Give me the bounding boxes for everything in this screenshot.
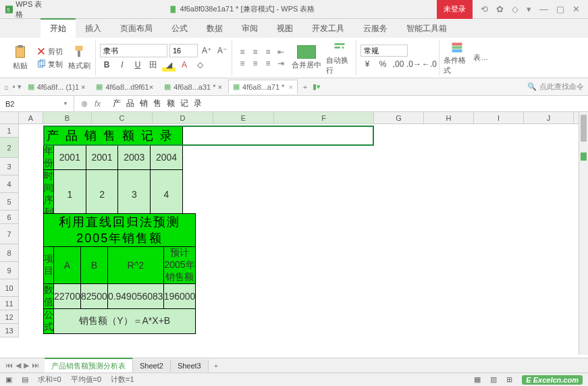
name-box[interactable]: B2▼ <box>0 96 74 111</box>
indent-increase[interactable]: ⇥ <box>275 58 287 69</box>
toggle-1[interactable]: ▣ <box>5 375 12 384</box>
vertical-scrollbar[interactable] <box>579 112 588 355</box>
merge-center-button[interactable]: 合并居中 <box>290 45 323 70</box>
help-icon[interactable]: ▾ <box>527 4 531 14</box>
row-9[interactable]: 9 <box>0 262 19 279</box>
col-J[interactable]: J <box>524 112 574 123</box>
font-color-button[interactable]: A <box>178 58 191 72</box>
file-tab-2[interactable]: ▦4f6a8...d9f61× <box>91 80 158 94</box>
align-left[interactable]: ≡ <box>236 58 248 69</box>
col-B[interactable]: B <box>43 112 92 123</box>
bold-button[interactable]: B <box>100 58 113 72</box>
command-search[interactable]: 🔍点此查找命令 <box>527 82 584 92</box>
indent-decrease[interactable]: ⇤ <box>275 47 287 57</box>
tab-insert[interactable]: 插入 <box>76 20 111 38</box>
copy-button[interactable]: 复制 <box>36 58 63 70</box>
border-button[interactable]: 田 <box>146 58 160 72</box>
row-4[interactable]: 4 <box>0 175 19 193</box>
row-6[interactable]: 6 <box>0 211 19 224</box>
skin-icon[interactable]: ◇ <box>512 4 518 14</box>
row-2[interactable]: 2 <box>0 138 19 158</box>
col-A[interactable]: A <box>19 112 43 123</box>
sheet-tab-2[interactable]: Sheet2 <box>133 360 171 372</box>
tab-dev[interactable]: 开发工具 <box>302 20 354 38</box>
minimize-icon[interactable]: — <box>539 4 548 14</box>
conditional-format-button[interactable]: 条件格式 <box>444 40 471 76</box>
col-E[interactable]: E <box>213 112 274 123</box>
tab-start[interactable]: 开始 <box>41 18 76 38</box>
clear-format-button[interactable]: ◇ <box>193 58 207 72</box>
tab-formula[interactable]: 公式 <box>162 20 197 38</box>
font-size-input[interactable] <box>169 44 198 57</box>
cut-button[interactable]: 剪切 <box>36 45 63 57</box>
sheet-next-icon[interactable]: ▶ <box>24 361 29 370</box>
increase-font-button[interactable]: A⁺ <box>200 44 213 57</box>
row-8[interactable]: 8 <box>0 244 19 262</box>
align-center[interactable]: ≡ <box>249 58 261 69</box>
col-C[interactable]: C <box>92 112 153 123</box>
align-top-right[interactable]: ≡ <box>262 47 274 57</box>
decimal-dec-button[interactable]: ←.0 <box>423 57 436 71</box>
row-10[interactable]: 10 <box>0 279 19 297</box>
row-7[interactable]: 7 <box>0 224 19 244</box>
sheet-prev-icon[interactable]: ◀ <box>16 361 21 370</box>
fill-color-button[interactable]: ◢ <box>162 58 176 72</box>
sheet-last-icon[interactable]: ⏭ <box>32 361 39 370</box>
new-tab-button[interactable]: + <box>299 83 311 91</box>
align-right[interactable]: ≡ <box>262 58 274 69</box>
formula-input[interactable]: 产品销售额记录 <box>107 98 588 109</box>
close-icon[interactable]: ✕ <box>572 4 580 14</box>
file-tab-1[interactable]: ▦4f6a8f... (1)1 × <box>23 80 90 94</box>
tab-ai[interactable]: 智能工具箱 <box>397 20 456 38</box>
view-break-icon[interactable]: ⊞ <box>506 375 512 384</box>
sync-icon[interactable]: ⟲ <box>481 4 488 14</box>
decimal-inc-button[interactable]: .0→ <box>407 57 421 71</box>
fx-function-icon[interactable]: fx <box>95 99 101 109</box>
toggle-2[interactable]: ▤ <box>22 375 28 384</box>
col-G[interactable]: G <box>374 112 424 123</box>
row-3[interactable]: 3 <box>0 158 19 175</box>
italic-button[interactable]: I <box>115 58 129 72</box>
select-all-corner[interactable] <box>0 112 19 123</box>
tab-data[interactable]: 数据 <box>197 20 232 38</box>
col-D[interactable]: D <box>153 112 213 123</box>
maximize-icon[interactable]: ▢ <box>556 4 564 14</box>
row-11[interactable]: 11 <box>0 297 19 310</box>
underline-button[interactable]: U <box>131 58 144 72</box>
row-5[interactable]: 5 <box>0 193 19 211</box>
row-12[interactable]: 12 <box>0 310 19 324</box>
format-painter-button[interactable]: 格式刷 <box>65 40 92 76</box>
file-tab-4[interactable]: ▦4f6a8...a71 *× <box>228 80 298 94</box>
comma-button[interactable]: ,00 <box>392 57 405 71</box>
fx-cancel-icon[interactable]: ⊗ <box>81 99 88 109</box>
col-F[interactable]: F <box>274 112 374 123</box>
tab-layout[interactable]: 页面布局 <box>111 20 162 38</box>
settings-icon[interactable]: ✿ <box>496 4 504 14</box>
sheet-tab-3[interactable]: Sheet3 <box>171 360 209 372</box>
view-normal-icon[interactable]: ▦ <box>474 375 481 384</box>
row-13[interactable]: 13 <box>0 324 19 337</box>
table-format-button[interactable]: 表… <box>473 53 488 63</box>
tab-review[interactable]: 审阅 <box>232 20 267 38</box>
close-tab-icon[interactable]: × <box>288 83 292 91</box>
number-format-select[interactable] <box>360 45 408 57</box>
tab-view[interactable]: 视图 <box>267 20 302 38</box>
decrease-font-button[interactable]: A⁻ <box>215 44 229 57</box>
currency-button[interactable]: ¥ <box>360 57 374 71</box>
tab-list-button[interactable]: ▮▾ <box>313 82 321 91</box>
col-H[interactable]: H <box>424 112 474 123</box>
login-status[interactable]: 未登录 <box>437 0 473 19</box>
sheet-first-icon[interactable]: ⏮ <box>5 361 13 370</box>
wrap-text-button[interactable]: 自动换行 <box>326 40 353 76</box>
home-icon[interactable]: ⌂ <box>4 83 9 91</box>
view-page-icon[interactable]: ▥ <box>490 375 497 384</box>
paste-button[interactable]: 粘贴 <box>7 40 34 76</box>
col-I[interactable]: I <box>474 112 524 123</box>
font-name-input[interactable] <box>100 44 167 57</box>
sheet-tab-1[interactable]: 产品销售额预测分析表 <box>45 358 133 373</box>
add-sheet-button[interactable]: + <box>209 362 223 370</box>
percent-button[interactable]: % <box>376 57 390 71</box>
align-top-left[interactable]: ≡ <box>236 47 248 57</box>
spreadsheet-grid[interactable]: A B C D E F G H I J 1 2 3 4 5 6 7 8 9 10… <box>0 112 588 355</box>
row-1[interactable]: 1 <box>0 124 19 138</box>
